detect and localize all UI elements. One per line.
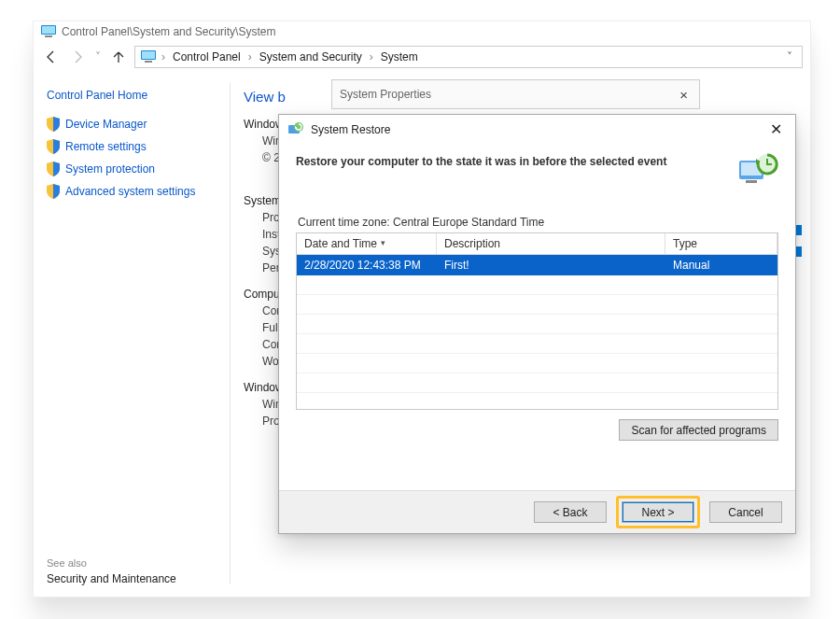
window-path: Control Panel\System and Security\System: [62, 25, 275, 38]
sort-desc-icon: ▾: [381, 238, 385, 247]
control-panel-home-link[interactable]: Control Panel Home: [47, 89, 217, 102]
nav-up-button[interactable]: [108, 47, 129, 67]
chevron-right-icon[interactable]: ›: [161, 50, 165, 63]
svg-rect-2: [45, 35, 52, 37]
back-button[interactable]: < Back: [534, 501, 607, 523]
svg-rect-10: [746, 180, 757, 183]
nav-recent-chevron-icon[interactable]: ˅: [93, 50, 103, 63]
table-row[interactable]: 2/28/2020 12:43:38 PM First! Manual: [297, 255, 777, 275]
breadcrumb-system-security[interactable]: System and Security: [258, 50, 364, 63]
col-label: Description: [444, 237, 500, 250]
scan-affected-button[interactable]: Scan for affected programs: [619, 419, 778, 441]
svg-rect-5: [145, 61, 152, 63]
sidebar-advanced-settings[interactable]: Advanced system settings: [47, 184, 217, 199]
empty-row: [297, 354, 777, 373]
col-header-type[interactable]: Type: [665, 233, 777, 254]
cell-datetime: 2/28/2020 12:43:38 PM: [297, 255, 437, 275]
timezone-label: Current time zone: Central Europe Standa…: [298, 216, 778, 229]
nav-forward-button[interactable]: [67, 47, 88, 67]
col-header-datetime[interactable]: Date and Time ▾: [297, 233, 437, 254]
shield-icon: [47, 139, 60, 154]
address-bar[interactable]: › Control Panel › System and Security › …: [134, 46, 803, 68]
sidebar-remote-settings[interactable]: Remote settings: [47, 139, 217, 154]
instruction-text: Restore your computer to the state it wa…: [296, 151, 666, 168]
sidebar-item-label: Remote settings: [65, 140, 147, 153]
dialog-body: Restore your computer to the state it wa…: [279, 144, 795, 490]
sidebar-system-protection[interactable]: System protection: [47, 162, 217, 176]
dialog-titlebar[interactable]: System Restore ✕: [279, 115, 795, 144]
breadcrumb-control-panel[interactable]: Control Panel: [171, 50, 243, 63]
sidebar-item-label: System protection: [65, 162, 155, 176]
close-icon[interactable]: ✕: [766, 120, 786, 138]
next-button[interactable]: Next >: [622, 501, 694, 523]
col-label: Date and Time: [304, 237, 377, 250]
sidebar: Control Panel Home Device Manager Remote…: [43, 83, 220, 584]
col-header-description[interactable]: Description: [437, 233, 665, 254]
empty-row: [297, 373, 777, 393]
empty-row: [297, 275, 777, 295]
shield-icon: [47, 162, 60, 176]
sidebar-item-label: Device Manager: [65, 118, 147, 131]
security-maintenance-link[interactable]: Security and Maintenance: [47, 572, 176, 585]
system-restore-icon: [288, 122, 303, 137]
see-also-label: See also: [47, 557, 87, 569]
system-restore-dialog: System Restore ✕ Restore your computer t…: [278, 114, 796, 534]
chevron-right-icon[interactable]: ›: [370, 50, 373, 63]
svg-rect-4: [142, 51, 155, 59]
restore-points-table[interactable]: Date and Time ▾ Description Type 2/28/20…: [296, 232, 778, 410]
empty-row: [297, 295, 777, 315]
cell-description: First!: [437, 255, 665, 275]
close-icon[interactable]: ×: [676, 87, 692, 103]
tutorial-highlight: Next >: [616, 496, 700, 528]
system-properties-dialog[interactable]: System Properties ×: [331, 79, 700, 109]
cell-type: Manual: [665, 255, 777, 275]
dialog-footer: < Back Next > Cancel: [279, 490, 795, 533]
svg-rect-1: [42, 26, 55, 34]
breadcrumb-system[interactable]: System: [379, 50, 420, 63]
monitor-icon: [41, 25, 56, 38]
cancel-button[interactable]: Cancel: [709, 501, 782, 523]
restore-clock-icon: [737, 151, 778, 191]
col-label: Type: [673, 237, 697, 250]
dialog-title: System Properties: [340, 88, 431, 101]
chevron-down-icon[interactable]: ˅: [783, 50, 796, 63]
sidebar-item-label: Advanced system settings: [65, 185, 195, 198]
shield-icon: [47, 117, 60, 132]
nav-back-button[interactable]: [41, 47, 62, 67]
empty-row: [297, 393, 777, 410]
window-titlebar: Control Panel\System and Security\System: [34, 21, 810, 42]
chevron-right-icon[interactable]: ›: [248, 50, 252, 63]
monitor-icon: [141, 50, 156, 63]
empty-row: [297, 334, 777, 354]
shield-icon: [47, 184, 60, 199]
empty-row: [297, 315, 777, 334]
sidebar-device-manager[interactable]: Device Manager: [47, 117, 217, 132]
dialog-title: System Restore: [311, 123, 390, 136]
table-header[interactable]: Date and Time ▾ Description Type: [297, 233, 777, 255]
address-bar-row: ˅ › Control Panel › System and Security …: [34, 42, 810, 74]
